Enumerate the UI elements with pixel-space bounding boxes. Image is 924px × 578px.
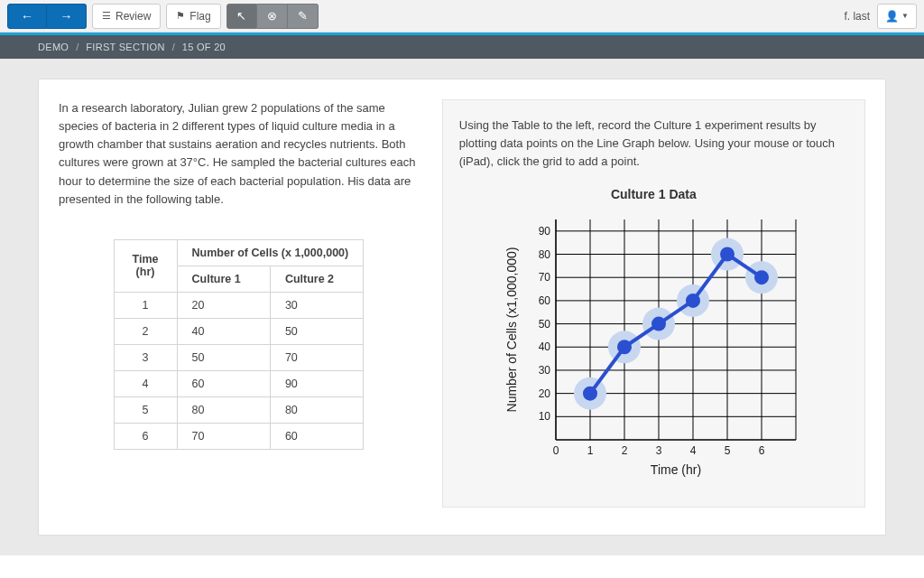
svg-text:30: 30 [539,364,551,377]
data-table: Time (hr) Number of Cells (x 1,000,000) … [114,239,365,450]
erase-icon: ⊗ [267,9,277,23]
svg-text:Time (hr): Time (hr) [651,462,701,477]
cell-culture1: 40 [177,318,270,344]
crumb-sep: / [172,42,175,52]
table-header-culture1: Culture 1 [177,266,270,292]
plot-point[interactable] [583,387,597,401]
cell-culture2: 90 [270,370,363,396]
table-row: 24050 [114,318,364,344]
cell-culture1: 50 [177,344,270,370]
chart-title: Culture 1 Data [459,187,848,201]
crumb-section: FIRST SECTION [86,42,164,52]
top-toolbar: ← → ☰ Review ⚑ Flag ↖ ⊗ ✎ f. last 👤 ▼ [0,0,924,33]
flag-icon: ⚑ [176,10,185,22]
question-card: In a research laboratory, Julian grew 2 … [38,79,886,536]
arrow-right-icon: → [60,9,73,23]
svg-text:10: 10 [539,411,551,424]
table-row: 35070 [114,344,364,370]
passage-text: In a research laboratory, Julian grew 2 … [59,99,419,209]
cell-time: 6 [114,423,177,449]
crumb-demo: DEMO [38,42,69,52]
table-row: 58080 [114,396,364,423]
svg-text:90: 90 [539,225,551,238]
cell-time: 2 [114,318,177,344]
table-row: 12030 [114,292,364,318]
plot-point[interactable] [651,317,666,331]
plot-point[interactable] [720,247,735,262]
line-chart-canvas[interactable]: 0123456102030405060708090Time (hr)Number… [500,210,807,481]
cell-time: 3 [114,344,177,370]
plot-point[interactable] [754,271,769,285]
cell-time: 1 [114,292,177,318]
review-label: Review [116,10,151,23]
erase-tool-button[interactable]: ⊗ [257,4,288,29]
user-name-label: f. last [844,10,870,23]
user-menu-button[interactable]: 👤 ▼ [877,4,917,29]
cell-culture1: 80 [177,396,270,423]
review-button[interactable]: ☰ Review [92,4,161,29]
list-icon: ☰ [102,10,111,22]
svg-text:1: 1 [587,444,594,457]
cell-culture2: 70 [270,344,363,370]
cell-time: 5 [114,396,177,423]
passage-column: In a research laboratory, Julian grew 2 … [59,99,419,508]
crumb-sep: / [76,42,79,52]
wand-icon: ✎ [298,9,308,23]
plot-point[interactable] [617,340,632,355]
cursor-icon: ↖ [236,9,246,23]
svg-text:3: 3 [656,444,662,457]
cell-time: 4 [114,370,177,396]
svg-text:5: 5 [725,444,731,457]
next-button[interactable]: → [47,4,87,29]
cell-culture2: 30 [270,292,363,318]
cell-culture1: 20 [177,292,270,318]
highlight-tool-button[interactable]: ✎ [288,4,319,29]
arrow-left-icon: ← [21,9,33,23]
prev-button[interactable]: ← [7,4,47,29]
plot-point[interactable] [686,294,700,308]
answer-column: Using the Table to the left, record the … [442,99,865,508]
pointer-tool-button[interactable]: ↖ [226,4,257,29]
table-header-time: Time (hr) [114,239,177,292]
cell-culture2: 80 [270,396,363,423]
svg-text:0: 0 [553,444,559,457]
svg-text:6: 6 [759,444,765,457]
table-header-cells: Number of Cells (x 1,000,000) [177,239,364,266]
annotation-tool-group: ↖ ⊗ ✎ [226,4,319,29]
svg-text:Number of Cells (x1,000,000): Number of Cells (x1,000,000) [504,247,519,413]
svg-text:20: 20 [539,387,551,400]
svg-text:50: 50 [539,318,551,331]
table-row: 46090 [114,370,364,396]
cell-culture2: 50 [270,318,363,344]
svg-text:70: 70 [539,272,551,284]
svg-text:2: 2 [622,444,628,457]
cell-culture1: 60 [177,370,270,396]
svg-text:60: 60 [539,294,551,307]
instructions-text: Using the Table to the left, record the … [459,117,848,171]
table-header-culture2: Culture 2 [270,266,363,292]
crumb-progress: 15 OF 20 [182,42,226,52]
user-icon: 👤 [885,10,899,23]
flag-label: Flag [189,10,210,23]
svg-text:40: 40 [539,341,551,354]
cell-culture2: 60 [270,423,363,449]
svg-text:4: 4 [690,444,697,457]
table-row: 67060 [114,423,364,449]
cell-culture1: 70 [177,423,270,449]
flag-button[interactable]: ⚑ Flag [166,4,220,29]
caret-down-icon: ▼ [901,12,909,20]
svg-text:80: 80 [539,248,551,261]
breadcrumb: DEMO / FIRST SECTION / 15 OF 20 [0,35,924,59]
